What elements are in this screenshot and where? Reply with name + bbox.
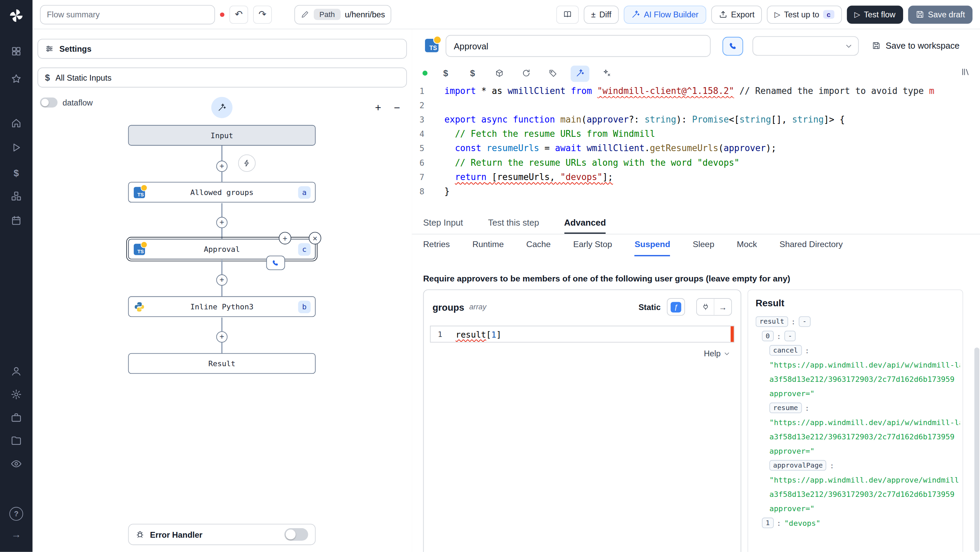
- flow-node-inline-python3[interactable]: Inline Python3 b: [128, 296, 316, 317]
- zoom-out-button[interactable]: −: [390, 102, 404, 115]
- subtab-runtime[interactable]: Runtime: [472, 235, 504, 256]
- step-detail-panel: TS Save to workspace $ $ 1import * as wm…: [412, 29, 980, 552]
- line-number: 3: [412, 113, 424, 127]
- play-icon: ▷: [775, 10, 780, 19]
- editor-toolbar: $ $: [412, 64, 980, 82]
- python-icon: [134, 301, 145, 312]
- package-cube-icon[interactable]: [495, 69, 504, 78]
- expression-mode-button[interactable]: ƒ: [667, 298, 685, 315]
- favorites-star-icon[interactable]: [11, 73, 22, 84]
- language-select[interactable]: [752, 37, 859, 56]
- runs-play-icon[interactable]: [11, 142, 22, 153]
- diff-button[interactable]: ±Diff: [584, 5, 619, 24]
- flow-settings-row[interactable]: Settings: [37, 39, 407, 59]
- subtab-cache[interactable]: Cache: [527, 235, 551, 256]
- add-variable-icon[interactable]: $: [441, 68, 450, 78]
- expand-sidebar-icon[interactable]: →: [11, 529, 21, 540]
- move-step-button[interactable]: +: [279, 232, 291, 244]
- step-tabs: Step Input Test this step Advanced: [412, 212, 980, 234]
- flow-node-allowed-groups[interactable]: TS Allowed groups a: [128, 182, 316, 202]
- library-icon[interactable]: [961, 67, 970, 76]
- ai-fix-sparkle-icon[interactable]: [602, 69, 612, 78]
- error-handler-label: Error Handler: [150, 530, 279, 539]
- vertical-scrollbar-thumb[interactable]: [974, 347, 979, 552]
- delete-step-button[interactable]: ×: [309, 232, 321, 244]
- subtab-shared-directory[interactable]: Shared Directory: [780, 235, 843, 256]
- groups-expression-input[interactable]: 1 result[1]: [430, 326, 734, 343]
- line-number: 6: [412, 156, 424, 170]
- code-editor[interactable]: 1import * as wmillClient from "windmill-…: [412, 82, 974, 215]
- trigger-bolt-button[interactable]: [238, 154, 256, 172]
- test-up-to-button[interactable]: ▷Test up toc: [767, 5, 842, 24]
- ai-flow-builder-button[interactable]: AI Flow Builder: [624, 5, 706, 24]
- user-icon[interactable]: [11, 366, 22, 377]
- path-editor[interactable]: Path u/henri/bes: [294, 5, 391, 24]
- docs-button[interactable]: [556, 5, 579, 24]
- dataflow-toggle-row: dataflow: [40, 98, 93, 108]
- audit-eye-icon[interactable]: [11, 458, 22, 469]
- insert-step-button[interactable]: +: [216, 161, 228, 172]
- step-name-input[interactable]: [446, 35, 711, 57]
- static-mode-label: Static: [638, 302, 660, 312]
- add-resource-icon[interactable]: $: [468, 68, 477, 78]
- node-label: Inline Python3: [190, 302, 253, 311]
- result-row: approvalPage:: [756, 459, 960, 473]
- help-icon[interactable]: ?: [10, 507, 23, 521]
- ai-edit-flow-button[interactable]: [211, 97, 232, 118]
- subtab-mock[interactable]: Mock: [737, 235, 757, 256]
- subtab-early-stop[interactable]: Early Stop: [573, 235, 612, 256]
- suspend-approval-badge[interactable]: [266, 256, 285, 270]
- ai-flow-builder-label: AI Flow Builder: [644, 10, 698, 19]
- suspend-description: Require approvers to be members of one o…: [423, 274, 790, 283]
- flow-graph-panel: Settings $ All Static Inputs dataflow + …: [33, 29, 413, 552]
- advanced-subtabs: Retries Runtime Cache Early Stop Suspend…: [412, 235, 980, 256]
- flow-summary-input[interactable]: [40, 5, 215, 24]
- undo-button[interactable]: ↶: [229, 5, 248, 24]
- windmill-logo-icon[interactable]: [8, 8, 24, 24]
- home-icon[interactable]: [11, 118, 22, 129]
- flow-node-result[interactable]: Result: [128, 353, 316, 374]
- save-draft-button[interactable]: Save draft: [908, 5, 972, 24]
- plug-icon[interactable]: [697, 299, 714, 315]
- save-to-workspace-button[interactable]: Save to workspace: [872, 40, 959, 50]
- insert-step-button[interactable]: +: [216, 274, 228, 286]
- arrow-right-icon[interactable]: →: [714, 299, 731, 315]
- export-button[interactable]: Export: [711, 5, 762, 24]
- schedules-calendar-icon[interactable]: [11, 215, 22, 226]
- reset-refresh-icon[interactable]: [521, 69, 531, 78]
- help-link[interactable]: Help: [704, 349, 731, 358]
- code-line: 6 // Return the resume URLs along with t…: [412, 156, 974, 170]
- test-flow-button[interactable]: ▷Test flow: [847, 5, 903, 24]
- insert-step-button[interactable]: +: [216, 331, 228, 342]
- emoji-overlay: [433, 36, 441, 44]
- tag-icon[interactable]: [548, 69, 558, 78]
- tab-advanced[interactable]: Advanced: [564, 212, 606, 234]
- collapse-toggle[interactable]: -: [784, 331, 796, 341]
- dataflow-toggle[interactable]: [40, 98, 57, 108]
- tab-test-this-step[interactable]: Test this step: [488, 212, 539, 234]
- settings-gear-icon[interactable]: [11, 389, 22, 400]
- line-number: 2: [412, 98, 424, 112]
- result-value-line: a3f58d13e212/3963172903/2c77d162d6b17395…: [756, 488, 960, 502]
- node-id-badge: a: [298, 186, 311, 199]
- suspend-toggle-button[interactable]: [722, 37, 743, 56]
- tab-step-input[interactable]: Step Input: [423, 212, 463, 234]
- collapse-toggle[interactable]: -: [799, 316, 810, 327]
- ai-wand-icon[interactable]: [575, 69, 585, 78]
- subtab-suspend[interactable]: Suspend: [635, 235, 670, 256]
- folders-icon[interactable]: [11, 435, 22, 446]
- workers-briefcase-icon[interactable]: [11, 412, 22, 423]
- zoom-in-button[interactable]: +: [371, 102, 385, 115]
- flow-node-input[interactable]: Input: [128, 125, 316, 146]
- error-handler-toggle[interactable]: [285, 528, 308, 541]
- insert-step-button[interactable]: +: [216, 217, 228, 228]
- subtab-sleep[interactable]: Sleep: [693, 235, 714, 256]
- variables-dollar-icon[interactable]: $: [14, 167, 19, 178]
- apps-grid-icon[interactable]: [11, 46, 22, 57]
- pencil-icon: [301, 10, 309, 19]
- redo-button[interactable]: ↷: [253, 5, 272, 24]
- all-static-inputs-row[interactable]: $ All Static Inputs: [37, 67, 407, 87]
- chevron-down-icon: [844, 41, 853, 50]
- subtab-retries[interactable]: Retries: [423, 235, 450, 256]
- resources-boxes-icon[interactable]: [11, 191, 22, 202]
